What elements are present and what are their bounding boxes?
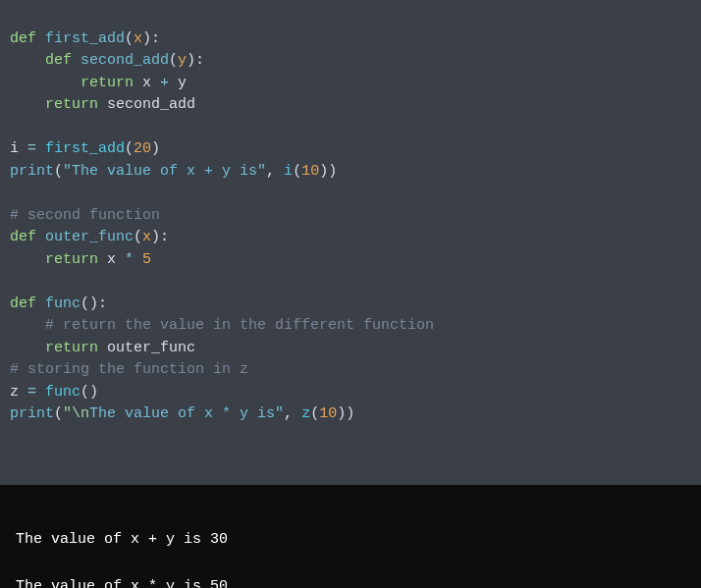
keyword-def: def: [10, 229, 36, 245]
code-line: return second_add: [10, 96, 195, 113]
code-line: def first_add(x):: [10, 30, 160, 47]
builtin-print: print: [10, 163, 54, 180]
code-line: return x + y: [10, 75, 187, 91]
comment: # return the value in the different func…: [45, 317, 434, 334]
code-line: return outer_func: [10, 340, 195, 356]
code-line: def func():: [10, 295, 107, 312]
keyword-def: def: [10, 295, 36, 312]
funcdef-name: first_add: [45, 30, 125, 47]
string-literal: "The value of x + y is": [63, 163, 266, 180]
funcdef-name: func: [45, 295, 81, 312]
param: x: [142, 229, 151, 245]
funcdef-name: second_add: [81, 52, 169, 69]
escape-sequence: "\n: [63, 405, 89, 422]
code-line: # storing the function in z: [10, 361, 248, 378]
builtin-print: print: [10, 405, 54, 422]
keyword-def: def: [45, 52, 72, 69]
param: y: [178, 52, 187, 69]
code-line: z = func(): [10, 384, 98, 401]
keyword-return: return: [81, 75, 134, 91]
code-editor-pane: def first_add(x): def second_add(y): ret…: [0, 0, 701, 485]
output-pane: The value of x + y is 30 The value of x …: [0, 485, 701, 589]
code-line: return x * 5: [10, 251, 151, 268]
comment: # storing the function in z: [10, 361, 248, 378]
comment: # second function: [10, 207, 160, 224]
keyword-return: return: [45, 96, 98, 113]
code-line: print("\nThe value of x * y is", z(10)): [10, 405, 354, 422]
code-line: i = first_add(20): [10, 140, 160, 157]
output-line: The value of x + y is 30: [16, 531, 228, 548]
param: x: [134, 30, 142, 47]
funcdef-name: outer_func: [45, 229, 134, 245]
keyword-def: def: [10, 30, 36, 47]
code-line: # second function: [10, 207, 160, 224]
output-line: The value of x * y is 50: [16, 578, 228, 589]
function-call: first_add: [45, 140, 125, 157]
code-line: print("The value of x + y is", i(10)): [10, 163, 337, 180]
code-line: def second_add(y):: [10, 52, 204, 69]
function-call: func: [45, 384, 81, 401]
keyword-return: return: [45, 340, 98, 356]
keyword-return: return: [45, 251, 98, 268]
code-line: # return the value in the different func…: [10, 317, 434, 334]
string-literal: "\nThe value of x * y is": [63, 405, 284, 422]
code-line: def outer_func(x):: [10, 229, 169, 245]
